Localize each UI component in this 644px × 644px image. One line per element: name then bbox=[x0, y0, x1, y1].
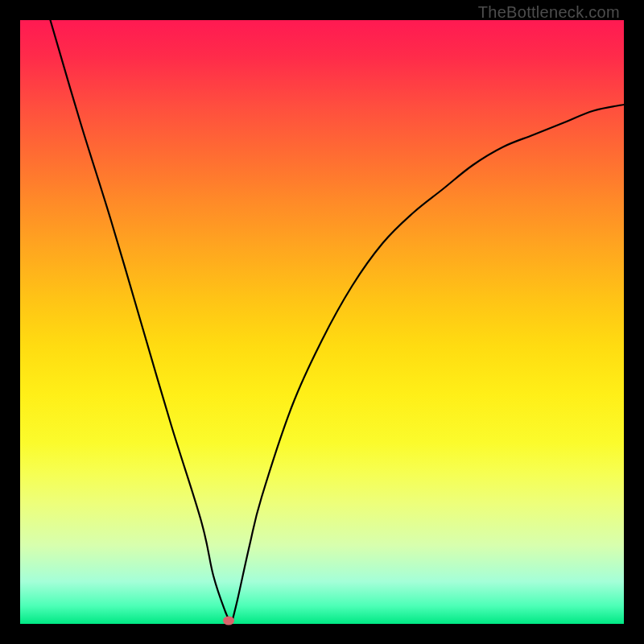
plot-area bbox=[20, 20, 624, 624]
bottleneck-curve bbox=[20, 20, 624, 624]
chart-frame: TheBottleneck.com bbox=[0, 0, 644, 644]
watermark-text: TheBottleneck.com bbox=[478, 3, 620, 22]
minimum-marker bbox=[223, 617, 234, 625]
